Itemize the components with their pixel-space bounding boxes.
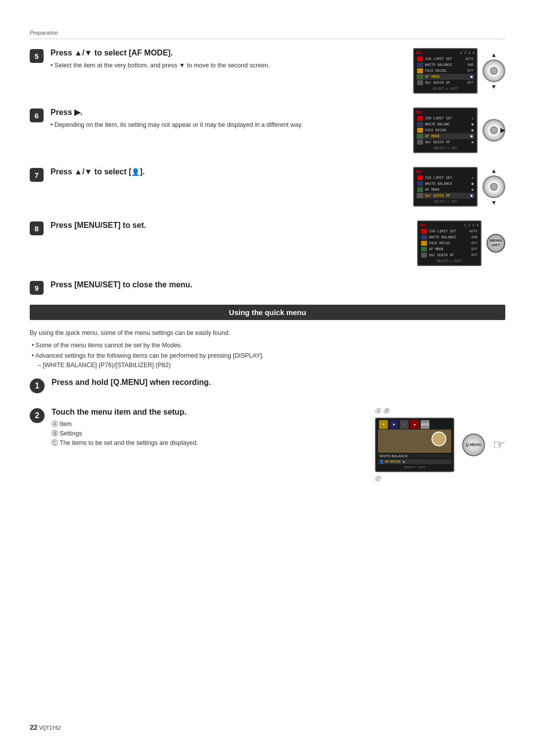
cam6-header: REC	[416, 110, 475, 114]
step-9-content: Press [MENU/SET] to close the menu.	[51, 280, 505, 293]
cam8-row4: AF MODE OFF	[420, 246, 479, 252]
step-7-row: 7 Press ▲/▼ to select [👤]. REC ISO LIMIT…	[30, 167, 505, 207]
menu-set-button-8: MENU/SET	[486, 234, 505, 253]
step-9-title: Press [MENU/SET] to close the menu.	[51, 280, 505, 290]
step-5-content: Press ▲/▼ to select [AF MODE]. • Select …	[51, 48, 387, 70]
breadcrumb: Preparation	[30, 30, 505, 39]
step-8-number: 8	[30, 221, 44, 235]
step-6-left: 6 Press ▶. • Depending on the item, its …	[30, 108, 387, 130]
dpad-5-ring	[482, 59, 505, 82]
cam5-row3: FACE RECOG. OFF	[416, 68, 475, 74]
step-q1-title: Press and hold [Q.MENU] when recording.	[52, 378, 482, 388]
cam7-header: REC	[416, 170, 475, 174]
step-7-content: Press ▲/▼ to select [👤].	[51, 167, 387, 180]
quick-menu-bullet2: • Advanced settings for the following it…	[30, 351, 505, 361]
cam5-row5: Qm/ QUICK AF OFF	[416, 80, 475, 86]
dpad-5: ▲ ▼	[482, 52, 505, 90]
step-q2-title: Touch the menu item and the setup.	[52, 407, 366, 418]
cam8-header: REC 1 2 3 4	[420, 223, 479, 227]
cam6-row1: ISO LIMIT SET ★	[416, 115, 475, 121]
qmenu-button: Q.MENU	[462, 433, 485, 456]
cam6-row5: Qm/ QUICK AF ◼	[416, 139, 475, 145]
dpad-7-ring	[482, 175, 505, 198]
step-q1-left: 1 Press and hold [Q.MENU] when recording…	[30, 378, 482, 393]
cam7-row2: WHITE BALANCE ■	[416, 181, 475, 187]
touch-icon: ☞	[493, 436, 505, 453]
step-q1-number: 1	[30, 378, 45, 393]
step-q2-content: Touch the menu item and the setup. Ⓐ Ite…	[52, 407, 366, 448]
step-6-desc: • Depending on the item, its setting may…	[51, 120, 387, 130]
cam8-row3: FACE RECOG. OFF	[420, 240, 479, 246]
quick-menu-dash1: – [WHITE BALANCE] (P76)/[STABILIZER] (P8…	[30, 362, 505, 369]
step-6-right: REC ISO LIMIT SET ★ WHITE BALANC ■ FACE …	[396, 108, 505, 153]
quick-menu-bullet1: • Some of the menu items cannot be set b…	[30, 341, 505, 350]
page: Preparation 5 Press ▲/▼ to select [AF MO…	[0, 0, 535, 756]
cam8-row1: ISO LIMIT SET AUTO	[420, 228, 479, 234]
step-6-content: Press ▶. • Depending on the item, its se…	[51, 108, 387, 130]
page-footer: 22 VQT1Y62	[30, 723, 61, 731]
cam6-row3: FACE RECOD. ■	[416, 127, 475, 133]
step-q2-row: 2 Touch the menu item and the setup. Ⓐ I…	[30, 407, 505, 483]
camera-screen-7: REC ISO LIMIT SET ★ WHITE BALANCE ■ AF M…	[413, 167, 478, 207]
step-8-right: REC 1 2 3 4 ISO LIMIT SET AUTO WHITE BAL…	[396, 220, 505, 266]
page-number: 22	[30, 723, 38, 731]
step-7-number: 7	[30, 168, 44, 182]
step-7-left: 7 Press ▲/▼ to select [👤].	[30, 167, 387, 182]
dpad-7: ▲ ▼	[482, 167, 505, 206]
quick-menu-body1: By using the quick menu, some of the men…	[30, 328, 505, 338]
step-7-right: REC ISO LIMIT SET ★ WHITE BALANCE ■ AF M…	[396, 167, 505, 207]
step-8-content: Press [MENU/SET] to set.	[51, 220, 387, 233]
cam7-row4: Qm/ QUICK AF ◼	[416, 193, 475, 199]
dpad-6-ring: ▶	[482, 119, 505, 142]
cam5-header: REC 1 2 3 4	[416, 51, 475, 55]
step-6-title: Press ▶.	[51, 108, 387, 118]
step-5-row: 5 Press ▲/▼ to select [AF MODE]. • Selec…	[30, 48, 505, 94]
cam8-row5: Qm/ QUICK AF OFF	[420, 252, 479, 258]
qmenu-image: ☀ ★ ○ ● AWB WHITE BALANCE	[375, 418, 454, 472]
cam6-row2: WHITE BALANC ■	[416, 121, 475, 127]
footer-code: VQT1Y62	[39, 725, 61, 731]
step-8-row: 8 Press [MENU/SET] to set. REC 1 2 3 4 I…	[30, 220, 505, 266]
cam6-footer: SELECT:↕ SET	[416, 146, 475, 150]
step-7-title: Press ▲/▼ to select [👤].	[51, 167, 387, 177]
cam8-footer: SELECT:↕ EXIT	[420, 259, 479, 263]
cam8-row2: WHITE BALANCE AWB	[420, 234, 479, 240]
cam6-row4: AF MODE ◼	[416, 133, 475, 139]
step-q1-content: Press and hold [Q.MENU] when recording.	[52, 378, 482, 390]
step-q2-labels: Ⓐ Item Ⓑ Settings Ⓒ The items to be set …	[52, 420, 366, 447]
cam5-row1: ISO LIMIT SET AUTO	[416, 56, 475, 62]
cam7-row3: AF MODE ◼	[416, 187, 475, 193]
cam5-footer: SELECT:↕ EXIT	[416, 87, 475, 91]
step-5-title: Press ▲/▼ to select [AF MODE].	[51, 48, 387, 58]
step-6-number: 6	[30, 108, 44, 122]
cam5-row4: AF MODE ◼	[416, 74, 475, 80]
cam5-row2: WHITE BALANCE AWB	[416, 62, 475, 68]
step-6-row: 6 Press ▶. • Depending on the item, its …	[30, 108, 505, 153]
step-9-row: 9 Press [MENU/SET] to close the menu.	[30, 280, 505, 295]
camera-screen-5: REC 1 2 3 4 ISO LIMIT SET AUTO WHITE BAL…	[413, 48, 478, 94]
step-5-number: 5	[30, 49, 44, 63]
step-5-left: 5 Press ▲/▼ to select [AF MODE]. • Selec…	[30, 48, 387, 70]
camera-screen-8: REC 1 2 3 4 ISO LIMIT SET AUTO WHITE BAL…	[417, 220, 482, 266]
step-q2-left: 2 Touch the menu item and the setup. Ⓐ I…	[30, 407, 366, 448]
step-q2-number: 2	[30, 408, 45, 423]
cam7-footer: SELECT:↕ SET	[416, 200, 475, 204]
step-8-title: Press [MENU/SET] to set.	[51, 220, 387, 231]
step-q1-row: 1 Press and hold [Q.MENU] when recording…	[30, 378, 505, 393]
step-q2-right: Ⓐ Ⓑ ☀ ★ ○ ● AWB	[375, 407, 505, 483]
cam7-row1: ISO LIMIT SET ★	[416, 175, 475, 181]
camera-screen-6: REC ISO LIMIT SET ★ WHITE BALANC ■ FACE …	[413, 108, 478, 153]
quick-menu-header: Using the quick menu	[30, 305, 505, 320]
step-8-left: 8 Press [MENU/SET] to set.	[30, 220, 387, 235]
step-9-number: 9	[30, 281, 44, 295]
step-5-right: REC 1 2 3 4 ISO LIMIT SET AUTO WHITE BAL…	[396, 48, 505, 94]
dpad-6: ▶	[482, 119, 505, 142]
step-5-desc: • Select the item at the very bottom, an…	[51, 61, 387, 70]
